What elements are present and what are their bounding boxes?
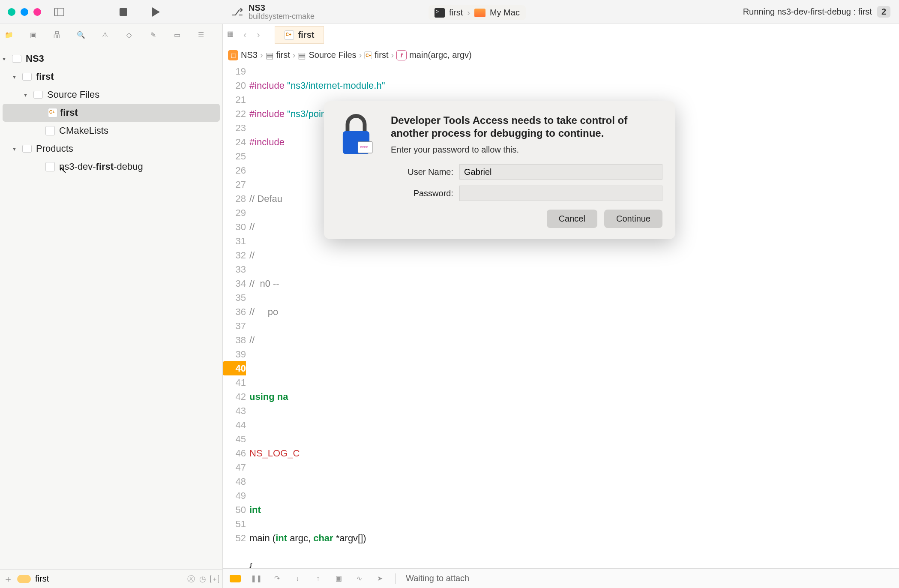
breakpoint-toggle-icon[interactable] xyxy=(230,575,241,582)
add-filter-icon[interactable]: + xyxy=(210,575,219,583)
report-navigator-tab-icon[interactable]: ☰ xyxy=(195,30,207,41)
add-button[interactable]: ＋ xyxy=(3,573,13,585)
line-number[interactable]: 36 xyxy=(223,305,246,319)
related-items-icon[interactable]: ▦ xyxy=(227,30,236,38)
line-number[interactable]: 20 xyxy=(223,78,246,93)
step-out-icon[interactable]: ↑ xyxy=(313,573,323,584)
line-number[interactable]: 19 xyxy=(223,64,246,78)
line-number[interactable]: 46 xyxy=(223,446,246,460)
line-number[interactable]: 39 xyxy=(223,347,246,361)
debug-bar: ❚❚ ↷ ↓ ↑ ▣ ∿ ➤ Waiting to attach xyxy=(223,568,899,588)
password-field[interactable] xyxy=(459,186,662,201)
line-number[interactable]: 49 xyxy=(223,489,246,503)
line-number[interactable]: 44 xyxy=(223,418,246,432)
zoom-window-button[interactable] xyxy=(33,8,41,16)
line-number[interactable]: 22 xyxy=(223,107,246,121)
memory-graph-icon[interactable]: ∿ xyxy=(354,573,364,584)
line-number[interactable]: 23 xyxy=(223,121,246,135)
disclosure-icon[interactable]: ▾ xyxy=(3,55,9,62)
symbol-navigator-tab-icon[interactable]: 品 xyxy=(51,30,63,41)
clear-filter-icon[interactable]: ⓧ xyxy=(187,574,195,584)
line-number[interactable]: 41 xyxy=(223,375,246,390)
minimize-window-button[interactable] xyxy=(21,8,28,16)
close-window-button[interactable] xyxy=(8,8,15,16)
window-controls xyxy=(8,8,41,16)
debug-view-icon[interactable]: ▣ xyxy=(333,573,344,584)
line-number[interactable]: 31 xyxy=(223,234,246,248)
step-into-icon[interactable]: ↓ xyxy=(292,573,303,584)
line-number[interactable]: 35 xyxy=(223,291,246,305)
line-number[interactable]: 33 xyxy=(223,262,246,276)
location-icon[interactable]: ➤ xyxy=(375,573,385,584)
line-number[interactable]: 42 xyxy=(223,390,246,404)
continue-button[interactable]: Continue xyxy=(604,210,662,228)
line-number[interactable]: 37 xyxy=(223,319,246,333)
line-number[interactable]: 47 xyxy=(223,460,246,474)
jump-project[interactable]: NS3 xyxy=(241,50,258,60)
pause-icon[interactable]: ❚❚ xyxy=(251,573,261,584)
line-number[interactable]: 26 xyxy=(223,163,246,177)
line-number[interactable]: 24 xyxy=(223,135,246,149)
tree-products[interactable]: ▾ Products xyxy=(0,140,222,158)
tree-source-files[interactable]: ▾ Source Files xyxy=(0,86,222,104)
line-number[interactable]: 38 xyxy=(223,333,246,347)
stop-button[interactable] xyxy=(116,4,131,20)
filter-scope-pill[interactable] xyxy=(17,575,31,583)
folder-icon xyxy=(22,73,32,81)
tree-file-cmakelists[interactable]: CMakeLists xyxy=(0,122,222,140)
jump-symbol[interactable]: main(argc, argv) xyxy=(409,50,472,60)
tree-root[interactable]: ▾ NS3 xyxy=(0,50,222,68)
chevron-right-icon: › xyxy=(293,50,296,60)
executable-icon xyxy=(435,8,445,18)
line-number[interactable]: 21 xyxy=(223,93,246,107)
status-text: Running ns3-dev-first-debug : first xyxy=(743,7,872,17)
line-number[interactable]: 30 xyxy=(223,220,246,234)
line-number[interactable]: 32 xyxy=(223,248,246,262)
jump-target[interactable]: first xyxy=(276,50,290,60)
breakpoint-navigator-tab-icon[interactable]: ▭ xyxy=(171,30,183,41)
forward-button-icon[interactable]: › xyxy=(254,30,262,41)
line-number[interactable]: 28 xyxy=(223,192,246,206)
recent-filter-icon[interactable]: ◷ xyxy=(199,574,206,584)
username-field[interactable] xyxy=(459,164,662,180)
jump-file[interactable]: first xyxy=(375,50,388,60)
line-number[interactable]: 29 xyxy=(223,206,246,220)
line-number[interactable]: 50 xyxy=(223,503,246,517)
step-over-icon[interactable]: ↷ xyxy=(272,573,282,584)
filter-input[interactable] xyxy=(35,574,183,584)
run-destination[interactable]: first › My Mac xyxy=(429,5,526,20)
line-gutter[interactable]: 19 20 21 22 23 24 25 26 27 28 29 30 31 3… xyxy=(223,64,249,588)
line-number[interactable]: 48 xyxy=(223,474,246,489)
line-number[interactable]: 34 xyxy=(223,276,246,291)
tab-bar: ▦ ‹ › first xyxy=(223,24,899,46)
line-number[interactable]: 27 xyxy=(223,177,246,192)
line-number[interactable]: 45 xyxy=(223,432,246,446)
disclosure-icon[interactable]: ▾ xyxy=(13,73,20,80)
breakpoint-line-number[interactable]: 40 xyxy=(223,361,246,375)
tree-product-0[interactable]: ns3-dev-first-debug xyxy=(0,158,222,176)
cancel-button[interactable]: Cancel xyxy=(547,210,597,228)
editor-tab[interactable]: first xyxy=(275,26,324,44)
status-count-badge[interactable]: 2 xyxy=(877,6,890,18)
disclosure-icon[interactable]: ▾ xyxy=(13,145,20,152)
disclosure-icon[interactable]: ▾ xyxy=(24,91,31,98)
toggle-sidebar-icon[interactable] xyxy=(54,8,64,16)
back-button-icon[interactable]: ‹ xyxy=(241,30,249,41)
line-number[interactable]: 52 xyxy=(223,531,246,545)
issue-navigator-tab-icon[interactable]: ⚠ xyxy=(99,30,111,41)
jump-bar[interactable]: ⬚ NS3 › ▤ first › ▤ Source Files › first… xyxy=(223,46,899,64)
auth-dialog: exec Developer Tools Access needs to tak… xyxy=(324,101,675,239)
test-navigator-tab-icon[interactable]: ◇ xyxy=(123,30,135,41)
line-number[interactable]: 25 xyxy=(223,149,246,163)
line-number[interactable]: 43 xyxy=(223,404,246,418)
tree-file-first-cc[interactable]: first xyxy=(3,104,220,122)
debug-navigator-tab-icon[interactable]: ✎ xyxy=(147,30,159,41)
source-control-tab-icon[interactable]: ▣ xyxy=(27,30,39,41)
run-button[interactable] xyxy=(148,4,164,20)
jump-group[interactable]: Source Files xyxy=(309,50,356,60)
line-number[interactable]: 51 xyxy=(223,517,246,531)
tree-target-first[interactable]: ▾ first xyxy=(0,68,222,86)
scheme-selector[interactable]: ⎇ NS3 buildsystem-cmake xyxy=(231,0,315,24)
project-navigator-tab-icon[interactable]: 📁 xyxy=(3,30,15,41)
find-navigator-tab-icon[interactable]: 🔍 xyxy=(75,30,87,41)
